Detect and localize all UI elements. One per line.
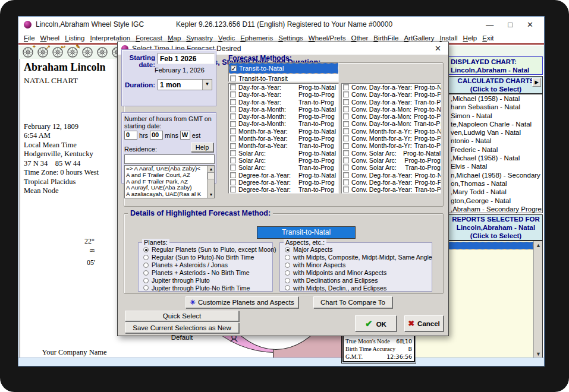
scroll-up-icon[interactable]: ▲ — [534, 241, 543, 250]
highlighted-method-button[interactable]: Transit-to-Natal — [257, 226, 356, 239]
radio-icon[interactable] — [143, 247, 149, 252]
method-checkbox[interactable] — [230, 172, 236, 178]
method-checkbox[interactable] — [230, 186, 236, 192]
residence-scrollbar[interactable]: ▲ ▼ — [207, 166, 214, 198]
forecast-method-row[interactable]: Transit-to-Natal — [229, 63, 338, 74]
aspects-option[interactable]: Major Aspects — [280, 246, 432, 254]
method-checkbox[interactable] — [343, 128, 349, 134]
menu-item[interactable]: Vedic — [218, 34, 235, 42]
method-checkbox[interactable] — [343, 186, 349, 192]
forecast-method-row[interactable]: Day-for-a-Year: Prog-to-Prog — [229, 91, 338, 98]
menu-item[interactable]: Wheel — [40, 34, 60, 42]
expand-arrow-button[interactable]: ▶ — [532, 78, 541, 87]
method-checkbox[interactable] — [230, 84, 236, 90]
radio-icon[interactable] — [143, 278, 149, 283]
customize-planets-aspects-button[interactable]: ✳Customize Planets and Aspects — [186, 296, 298, 308]
aspects-option[interactable]: with Midpts, Declin., and Eclipses — [280, 284, 432, 292]
forecast-method-row[interactable]: Day-for-a-Month: Prog-to-Prog — [229, 113, 338, 120]
dialog-close-icon[interactable]: ✕ — [435, 44, 448, 53]
ok-button[interactable]: ✔OK — [355, 315, 397, 331]
forecast-method-row[interactable]: Solar Arc: Prog-to-Prog — [229, 157, 338, 164]
method-checkbox[interactable] — [230, 165, 236, 170]
method-checkbox[interactable] — [343, 135, 349, 141]
forecast-method-row[interactable]: Conv. Solar Arc: Prog-to-Natal — [342, 150, 441, 157]
starting-date-input[interactable]: Feb 1 2026 — [158, 53, 215, 64]
chart-to-compare-button[interactable]: Chart To Compare To — [313, 296, 392, 308]
menu-item[interactable]: Other — [351, 34, 368, 42]
forecast-method-row[interactable]: Conv. Day-for-a-Mon: Prog-to-Natal — [342, 106, 441, 113]
forecast-method-row[interactable]: Conv. Day-for-a-Year: Tran-to-Prog — [342, 99, 441, 106]
method-checkbox[interactable] — [230, 179, 236, 185]
forecast-method-row[interactable]: Conv. Day-for-a-Mon: Prog-to-Prog — [342, 113, 441, 120]
radio-icon[interactable] — [285, 270, 290, 276]
method-checkbox[interactable] — [231, 65, 237, 71]
method-checkbox[interactable] — [343, 121, 349, 127]
radio-icon[interactable] — [285, 263, 290, 268]
forecast-method-row[interactable]: Solar Arc: Tran-to-Prog — [229, 164, 338, 171]
method-checkbox[interactable] — [343, 157, 349, 163]
method-checkbox[interactable] — [343, 91, 349, 97]
wheel-icon[interactable]: + — [22, 46, 34, 58]
planets-option[interactable]: Planets + Asteroids / Jonas — [139, 261, 272, 269]
menu-item[interactable]: File — [24, 34, 35, 42]
method-checkbox[interactable] — [230, 99, 236, 105]
wheel-icon[interactable] — [81, 46, 93, 58]
radio-icon[interactable] — [143, 255, 149, 260]
menu-item[interactable]: BirthFile — [373, 34, 398, 42]
forecast-method-row[interactable]: Day-for-a-Year: Prog-to-Natal — [229, 84, 338, 91]
wheel-icon[interactable]: ↗ — [37, 46, 49, 58]
method-checkbox[interactable] — [343, 179, 349, 185]
aspects-option[interactable]: with Midpts, Composite, Midpt-Midpt, Sam… — [280, 254, 432, 261]
gmt-direction-input[interactable]: W — [180, 131, 190, 140]
reports-scrollbar[interactable]: ▲ ▼ — [533, 241, 542, 359]
method-checkbox[interactable] — [230, 113, 236, 119]
radio-icon[interactable] — [285, 247, 290, 252]
gmt-hours-input[interactable]: 0 — [124, 131, 137, 140]
forecast-method-row[interactable]: Transit-to-Transit — [229, 74, 338, 82]
method-checkbox[interactable] — [343, 165, 349, 170]
menu-item[interactable]: Exit — [482, 34, 493, 42]
method-checkbox[interactable] — [230, 75, 236, 81]
menu-item[interactable]: Help — [463, 34, 477, 42]
method-checkbox[interactable] — [343, 99, 349, 105]
method-checkbox[interactable] — [230, 128, 236, 134]
save-default-button[interactable]: Save Current Selections as New Default — [125, 323, 239, 333]
planets-option[interactable]: Planets + Asteriods - No Birth Time — [139, 269, 272, 277]
method-checkbox[interactable] — [230, 106, 236, 112]
forecast-method-row[interactable]: Day-for-a-Month: Tran-to-Prog — [229, 120, 338, 127]
radio-icon[interactable] — [285, 255, 290, 260]
minimize-button[interactable]: — — [486, 20, 493, 29]
wheel-icon[interactable]: ↩ — [52, 46, 64, 58]
aspects-option[interactable]: with Minor Aspects — [280, 261, 432, 269]
forecast-method-row[interactable]: Month-for-a-Year: Prog-to-Prog — [229, 135, 338, 142]
forecast-method-row[interactable]: Conv. Solar Arc: Tran-to-Prog — [342, 164, 441, 171]
method-checkbox[interactable] — [343, 106, 349, 112]
planets-option[interactable]: Jupiter through Pluto-No Birth Time — [139, 284, 272, 292]
method-checkbox[interactable] — [343, 113, 349, 119]
dropdown-arrow-icon[interactable]: ▼ — [202, 80, 212, 90]
forecast-method-row[interactable]: Month-for-a-Year: Prog-to-Natal — [229, 128, 338, 135]
menu-item[interactable]: Wheel/Prefs — [309, 34, 346, 42]
cancel-button[interactable]: ✖Cancel — [404, 315, 444, 331]
forecast-method-row[interactable]: Conv. Month-for-a-Yr: Prog-to-Prog — [342, 135, 441, 142]
method-checkbox[interactable] — [230, 121, 236, 127]
scroll-down-icon[interactable]: ▼ — [208, 191, 215, 198]
forecast-method-row[interactable]: Conv. Month-for-a-Yr: Prog-to-Natal — [342, 128, 441, 135]
help-button[interactable]: Help — [191, 143, 213, 152]
method-checkbox[interactable] — [230, 143, 236, 149]
forecast-method-row[interactable]: Day-for-a-Month: Prog-to-Natal — [229, 106, 338, 113]
radio-icon[interactable] — [285, 278, 290, 283]
forecast-method-row[interactable]: Conv. Day-for-a-Mon: Tran-to-Prog — [342, 120, 441, 127]
forecast-method-row[interactable]: Solar Arc: Prog-to-Natal — [229, 150, 338, 157]
menu-item[interactable]: Listing — [65, 34, 84, 42]
forecast-method-row[interactable]: Degree-for-a-Year: Prog-to-Natal — [229, 172, 338, 179]
planets-option[interactable]: Jupiter through Pluto — [139, 277, 272, 284]
aspects-option[interactable]: with Declinations and Eclipses — [280, 277, 432, 284]
method-checkbox[interactable] — [230, 150, 236, 156]
residence-input[interactable] — [124, 154, 215, 164]
menu-item[interactable]: ArtGallery — [404, 34, 434, 42]
radio-icon[interactable] — [143, 285, 149, 290]
menu-item[interactable]: Ephemeris — [240, 34, 273, 42]
radio-icon[interactable] — [143, 263, 149, 268]
forecast-method-row[interactable]: Month-for-a-Year: Tran-to-Prog — [229, 142, 338, 149]
